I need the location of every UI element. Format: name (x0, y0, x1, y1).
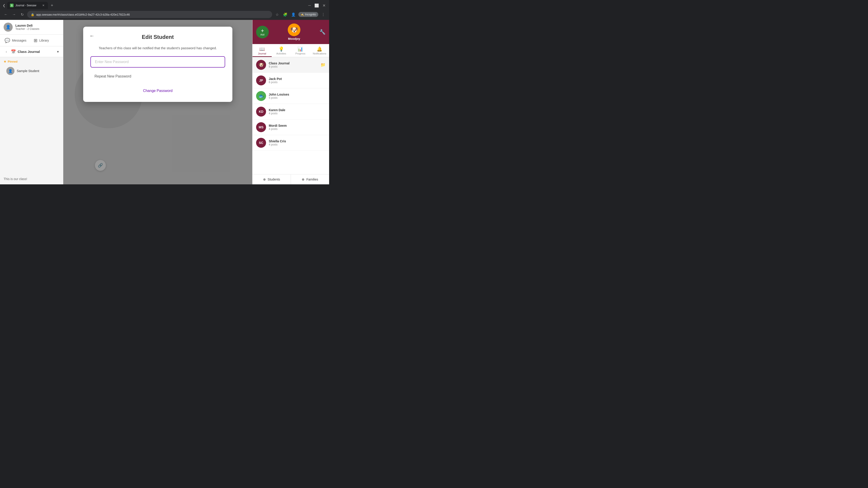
jackpot-info: Jack Pot 6 posts (269, 77, 326, 84)
moodjoy-widget: 🐶 Moodjoy (288, 24, 301, 40)
mordi-posts: 4 posts (269, 127, 326, 131)
modal-notice: Teachers of this class will be notified … (90, 46, 225, 51)
left-sidebar: 👤 Lauren Deli Teacher - 2 Classes 💬 Mess… (0, 20, 63, 184)
jackpot-name: Jack Pot (269, 77, 326, 80)
right-panel: + Add 🐶 Moodjoy 🔧 📖 Journal 💡 Activities… (252, 20, 329, 184)
right-footer: ⊕ Students ⊕ Families (252, 174, 329, 184)
add-button[interactable]: + Add (256, 26, 269, 38)
karen-avatar: KD (256, 107, 266, 117)
tab-bar: ❮ S Journal - Seesaw ✕ + ─ ⬜ ✕ (0, 0, 329, 9)
nav-messages[interactable]: 💬 Messages (3, 34, 28, 47)
address-bar-actions: ☆ 🧩 👤 🕵 Incognito ⋮ (274, 11, 327, 18)
new-tab-button[interactable]: + (49, 2, 55, 8)
tab-activities[interactable]: 💡 Activities (272, 44, 291, 57)
right-panel-header: + Add 🐶 Moodjoy 🔧 (252, 20, 329, 44)
class-journal-name: Class Journal (269, 61, 318, 65)
add-button-label: Add (260, 33, 265, 36)
forward-button[interactable]: → (11, 11, 17, 18)
back-button[interactable]: ← (3, 11, 9, 18)
window-controls: ─ ⬜ ✕ (308, 3, 327, 8)
jackpot-avatar: JP (256, 75, 266, 86)
journal-list: 🐶 Class Journal 8 posts 📁 JP Jack Pot 6 … (252, 57, 329, 174)
user-avatar: 👤 (4, 23, 13, 32)
journal-item-mordi[interactable]: MS Mordi Seem 4 posts (252, 120, 329, 135)
app-area: 👤 Lauren Deli Teacher - 2 Classes 💬 Mess… (0, 20, 329, 184)
new-password-input[interactable] (90, 56, 225, 68)
moodjoy-label: Moodjoy (288, 37, 300, 40)
modal-title: Edit Student (90, 34, 225, 40)
extensions-icon[interactable]: 🧩 (282, 11, 288, 18)
close-button[interactable]: ✕ (322, 3, 326, 8)
menu-icon[interactable]: ⋮ (320, 11, 327, 18)
tab-title: Journal - Seesaw (16, 4, 40, 7)
journal-item-johnlouises[interactable]: 🐟 John Louises 5 posts (252, 88, 329, 104)
class-selector[interactable]: ‹ 📅 Class Journal ▼ (0, 46, 63, 57)
reload-button[interactable]: ↻ (19, 11, 25, 18)
class-journal-avatar: 🐶 (256, 60, 266, 70)
tab-journal[interactable]: 📖 Journal (252, 44, 272, 57)
user-info: Lauren Deli Teacher - 2 Classes (16, 24, 59, 31)
johnlouises-posts: 5 posts (269, 96, 326, 99)
tab-progress[interactable]: 📊 Progress (291, 44, 310, 57)
tab-close-button[interactable]: ✕ (41, 4, 45, 7)
karen-name: Karen Dale (269, 108, 326, 112)
families-button[interactable]: ⊕ Families (291, 174, 329, 184)
maximize-button[interactable]: ⬜ (314, 3, 319, 8)
mordi-avatar: MS (256, 122, 266, 132)
class-journal-info: Class Journal 8 posts (269, 61, 318, 68)
shiella-info: Shiella Cris 4 posts (269, 139, 326, 146)
journal-item-karen[interactable]: KD Karen Dale 4 posts (252, 104, 329, 120)
mordi-name: Mordi Seem (269, 124, 326, 127)
folder-icon[interactable]: 📁 (320, 62, 326, 67)
pinned-section: ★ Pinned 👤 Sample Student (0, 57, 63, 79)
main-content: 🔗 ← Edit Student Teachers of this class … (63, 20, 252, 184)
class-journal-posts: 8 posts (269, 65, 318, 68)
modal-back-button[interactable]: ← (90, 33, 94, 39)
journal-item-shiella[interactable]: SC Shiella Cris 4 posts (252, 135, 329, 151)
karen-info: Karen Dale 4 posts (269, 108, 326, 115)
student-item-sample[interactable]: 👤 Sample Student (4, 65, 59, 77)
pinned-label: ★ Pinned (4, 60, 59, 63)
modal-overlay: ← Edit Student Teachers of this class wi… (63, 20, 252, 184)
tab-notifications[interactable]: 🔔 Notifications (310, 44, 329, 57)
right-nav: 📖 Journal 💡 Activities 📊 Progress 🔔 Noti… (252, 44, 329, 57)
edit-student-modal: ← Edit Student Teachers of this class wi… (83, 27, 232, 102)
shiella-name: Shiella Cris (269, 139, 326, 143)
mordi-info: Mordi Seem 4 posts (269, 124, 326, 131)
journal-item-jackpot[interactable]: JP Jack Pot 6 posts (252, 73, 329, 88)
students-button[interactable]: ⊕ Students (252, 174, 291, 184)
incognito-badge: 🕵 Incognito (298, 12, 318, 17)
change-password-button[interactable]: Change Password (90, 87, 225, 95)
johnlouises-info: John Louises 5 posts (269, 93, 326, 99)
repeat-password-label: Repeat New Password (90, 71, 225, 82)
url-text: app.seesaw.me/#/class/class.e01bf4c2-9a2… (36, 13, 130, 16)
shiella-avatar: SC (256, 138, 266, 148)
minimize-button[interactable]: ─ (308, 3, 311, 7)
top-nav: 💬 Messages ⊞ Library (0, 35, 63, 46)
shiella-posts: 4 posts (269, 143, 326, 146)
sample-student-avatar: 👤 (6, 67, 14, 75)
johnlouises-name: John Louises (269, 93, 326, 96)
user-name: Lauren Deli (16, 24, 59, 27)
nav-library[interactable]: ⊞ Library (32, 34, 51, 47)
moodjoy-avatar[interactable]: 🐶 (288, 24, 301, 36)
johnlouises-avatar: 🐟 (256, 91, 266, 101)
settings-icon[interactable]: 🔧 (319, 29, 326, 35)
journal-item-class[interactable]: 🐶 Class Journal 8 posts 📁 (252, 57, 329, 73)
tab-nav-prev[interactable]: ❮ (2, 3, 6, 8)
sidebar-user-header: 👤 Lauren Deli Teacher - 2 Classes (0, 20, 63, 35)
prev-class-arrow[interactable]: ‹ (4, 49, 9, 55)
class-caption: This is our class! (4, 177, 27, 181)
address-bar: ← → ↻ 🔒 app.seesaw.me/#/class/class.e01b… (0, 9, 329, 20)
browser-chrome: ❮ S Journal - Seesaw ✕ + ─ ⬜ ✕ ← → ↻ 🔒 a… (0, 0, 329, 20)
jackpot-posts: 6 posts (269, 80, 326, 84)
karen-posts: 4 posts (269, 112, 326, 115)
profile-icon[interactable]: 👤 (290, 11, 297, 18)
bookmark-icon[interactable]: ☆ (274, 11, 280, 18)
sample-student-name: Sample Student (17, 69, 39, 73)
active-tab[interactable]: S Journal - Seesaw ✕ (7, 2, 48, 9)
tab-favicon: S (10, 4, 13, 7)
class-dropdown-arrow[interactable]: ▼ (56, 50, 59, 54)
class-name-label: Class Journal (18, 50, 55, 54)
url-bar[interactable]: 🔒 app.seesaw.me/#/class/class.e01bf4c2-9… (27, 11, 272, 18)
